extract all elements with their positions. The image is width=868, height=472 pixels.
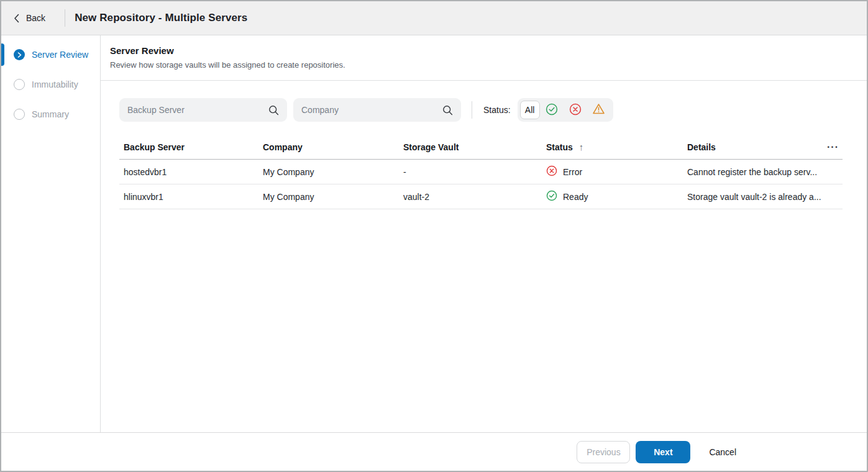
cell-details: Cannot register the backup serv... <box>687 167 843 177</box>
table-row[interactable]: hlinuxvbr1 My Company vault-2 Ready Sto <box>119 184 843 209</box>
empty-step-icon <box>14 79 25 90</box>
status-text: Ready <box>563 192 588 202</box>
section-title: Server Review <box>110 45 857 56</box>
status-filter-warning-button[interactable] <box>587 101 611 119</box>
success-circle-check-icon <box>546 103 558 117</box>
window-header: Back New Repository - Multiple Servers <box>1 1 867 35</box>
cell-details: Storage vault vault-2 is already a... <box>687 192 843 202</box>
sort-ascending-icon[interactable]: ↑ <box>579 142 584 152</box>
back-button[interactable]: Back <box>14 13 45 23</box>
filter-bar: Status: All <box>119 98 867 122</box>
status-text: Error <box>563 167 582 177</box>
status-badge: Error <box>546 165 687 178</box>
cancel-button[interactable]: Cancel <box>709 441 736 463</box>
details-column-label: Details <box>687 142 716 152</box>
wizard-steps-sidebar: Server Review Immutability Summary <box>1 35 101 432</box>
column-header-storage-vault[interactable]: Storage Vault <box>403 142 546 152</box>
backup-server-search[interactable] <box>119 98 287 122</box>
cell-company: My Company <box>263 192 403 202</box>
empty-step-icon <box>14 109 25 120</box>
cell-backup-server: hlinuxvbr1 <box>119 192 263 202</box>
search-icon <box>268 105 279 116</box>
success-circle-check-icon <box>546 190 557 203</box>
servers-table: Backup Server Company Storage Vault Stat… <box>119 135 843 209</box>
company-search-input[interactable] <box>301 105 437 115</box>
cell-company: My Company <box>263 167 403 177</box>
cell-storage-vault: - <box>403 167 546 177</box>
step-label: Immutability <box>32 79 78 89</box>
sidebar-item-server-review[interactable]: Server Review <box>1 43 100 66</box>
company-search[interactable] <box>293 98 461 122</box>
step-label: Summary <box>32 109 69 119</box>
status-column-label: Status <box>546 142 573 152</box>
table-row[interactable]: hostedvbr1 My Company - Error Cannot re <box>119 160 843 184</box>
sidebar-item-summary[interactable]: Summary <box>1 103 100 125</box>
search-icon <box>442 105 453 116</box>
error-circle-x-icon <box>546 165 557 178</box>
column-header-backup-server[interactable]: Backup Server <box>119 142 263 152</box>
column-header-company[interactable]: Company <box>263 142 403 152</box>
cell-storage-vault: vault-2 <box>403 192 546 202</box>
status-filter-group: All <box>518 98 613 122</box>
section-subtitle: Review how storage vaults will be assign… <box>110 60 857 70</box>
wizard-footer: Previous Next Cancel <box>1 432 867 471</box>
step-label: Server Review <box>32 50 88 60</box>
sidebar-item-immutability[interactable]: Immutability <box>1 73 100 96</box>
warning-triangle-icon <box>592 103 605 117</box>
previous-button[interactable]: Previous <box>577 441 630 463</box>
status-filter-success-button[interactable] <box>540 101 564 119</box>
section-header: Server Review Review how storage vaults … <box>101 35 867 81</box>
chevron-left-icon <box>14 14 19 23</box>
page-title: New Repository - Multiple Servers <box>75 12 247 24</box>
column-header-details[interactable]: Details ··· <box>687 142 843 152</box>
status-filter-all-button[interactable]: All <box>520 101 540 119</box>
cell-backup-server: hostedvbr1 <box>119 167 263 177</box>
header-divider <box>65 9 65 27</box>
error-circle-x-icon <box>569 103 582 117</box>
status-filter-error-button[interactable] <box>564 101 587 119</box>
backup-server-search-input[interactable] <box>127 105 263 115</box>
back-label: Back <box>26 13 45 23</box>
status-badge: Ready <box>546 190 687 203</box>
filter-divider <box>472 101 472 119</box>
status-filter-label: Status: <box>483 105 511 115</box>
wizard-window: Back New Repository - Multiple Servers S… <box>0 0 868 472</box>
active-step-icon <box>14 49 25 60</box>
next-button[interactable]: Next <box>636 441 690 463</box>
column-options-icon[interactable]: ··· <box>827 144 839 150</box>
column-header-status[interactable]: Status ↑ <box>546 142 687 152</box>
status-all-label: All <box>525 105 535 115</box>
table-header-row: Backup Server Company Storage Vault Stat… <box>119 135 843 160</box>
